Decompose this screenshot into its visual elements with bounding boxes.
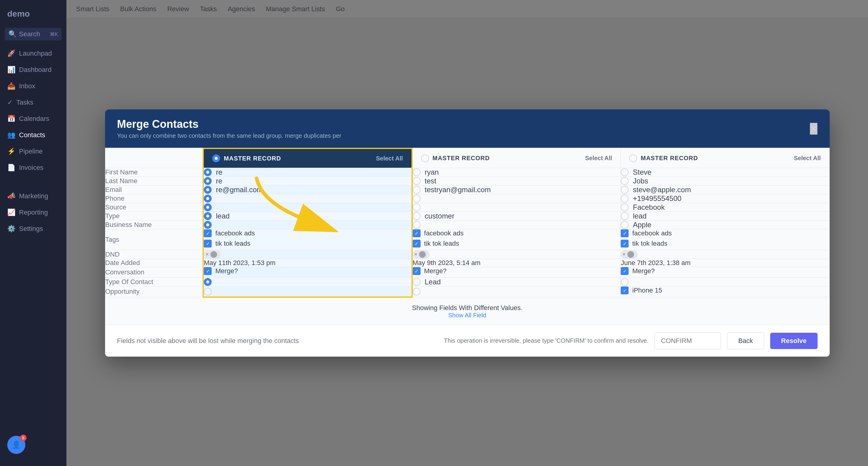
col2-email-radio[interactable]: testryan@gmail.com [413,185,621,194]
sidebar-item-pipeline[interactable]: ⚡ Pipeline [0,143,66,159]
resolve-button[interactable]: Resolve [770,333,817,349]
col1-conversation-label: Merge? [215,267,238,275]
col2-tag-tiktok[interactable]: ✓ tik tok leads [413,240,621,247]
col1-select-all[interactable]: Select All [376,155,403,162]
merge-table: MASTER RECORD Select All [105,148,830,298]
col1-source-radio[interactable] [204,203,411,211]
col3-opportunity-checkbox-item[interactable]: ✓ iPhone 15 [621,287,829,294]
col1-tag-tiktok[interactable]: ✓ tik tok leads [204,240,411,247]
col1-conversation-checkbox[interactable]: ✓ [204,267,212,275]
col1-typeofcontact-radio[interactable] [204,278,411,286]
col3-master-radio[interactable] [629,154,637,162]
field-label-header [105,148,203,168]
col3-dnd: × [621,250,829,259]
sidebar-item-launchpad[interactable]: 🚀 Launchpad [0,45,66,62]
col2-typeofcontact-radio[interactable]: Lead [413,278,621,286]
col2-tag-tiktok-checkbox[interactable]: ✓ [413,240,421,247]
col3-type-radio[interactable]: lead [621,212,829,220]
col1-tag-facebook[interactable]: ✓ facebook ads [204,229,411,237]
col2-master-radio[interactable] [421,154,429,162]
col3-lastname-radio[interactable]: Jobs [621,177,829,185]
col3-phone-radio[interactable]: +19495554500 [621,194,829,203]
col3-email-radio[interactable]: steve@apple.com [621,185,829,194]
col2-dnd: × [412,250,621,259]
confirm-input[interactable] [655,332,721,349]
field-label-email: Email [105,185,203,194]
col1-dnd-toggle[interactable]: × [204,250,221,259]
col1-conversation-checkbox-item[interactable]: ✓ Merge? [204,267,411,275]
search-bar[interactable]: 🔍 Search ⌘K [5,28,62,40]
col3-dnd-toggle[interactable]: × [621,250,638,259]
col3-tag-facebook-checkbox[interactable]: ✓ [621,229,628,237]
col3-conversation-checkbox-item[interactable]: ✓ Merge? [621,267,829,275]
col3-tag-tiktok[interactable]: ✓ tik tok leads [621,240,829,247]
col3-tag-tiktok-checkbox[interactable]: ✓ [621,240,628,247]
modal-footer-actions: Fields not visible above will be lost wh… [105,325,830,357]
col2-tag-facebook[interactable]: ✓ facebook ads [413,229,621,237]
col1-tag-facebook-checkbox[interactable]: ✓ [204,229,212,237]
col2-conversation-checkbox-item[interactable]: ✓ Merge? [413,267,621,275]
modal-title: Merge Contacts [117,118,341,130]
col2-dnd-knob [419,251,426,258]
col2-dnd-toggle[interactable]: × [413,250,430,259]
col3-lastname-value: Jobs [633,177,648,185]
col1-email-radio[interactable]: re@gmail.com [204,185,411,194]
sidebar-item-reporting[interactable]: 📈 Reporting [0,204,66,221]
sidebar-item-inbox[interactable]: 📥 Inbox [0,78,66,94]
col1-type-value: lead [216,212,229,220]
col3-source-radio[interactable]: Facebook [621,203,829,211]
col2-type-radio[interactable]: customer [413,212,621,220]
sidebar-item-label: Inbox [19,82,35,90]
table-row: Type Of Contact Lead [105,278,829,287]
show-all-field-link[interactable]: Show All Field [117,312,817,319]
sidebar-item-marketing[interactable]: 📣 Marketing [0,188,66,204]
col3-tag-facebook[interactable]: ✓ facebook ads [621,229,829,237]
footer-warning-text: Fields not visible above will be lost wh… [117,337,299,345]
field-label-tags: Tags [105,229,203,250]
col1-tag-tiktok-checkbox[interactable]: ✓ [204,240,212,247]
col3-master-record-label: MASTER RECORD [641,155,698,162]
col3-firstname-radio[interactable]: Steve [621,168,829,176]
col2-phone-radio[interactable] [413,195,621,202]
col2-typeofcontact-value: Lead [425,278,441,286]
col3-phone: +19495554500 [621,194,829,203]
sidebar-item-contacts[interactable]: 👥 Contacts [0,127,66,143]
sidebar-item-invoices[interactable]: 📄 Invoices [0,159,66,176]
col1-businessname-radio[interactable] [204,221,411,229]
main-content: Smart Lists Bulk Actions Review Tasks Ag… [66,0,868,466]
col3-businessname-radio[interactable]: Apple [621,221,829,229]
sidebar-item-tasks[interactable]: ✓ Tasks [0,94,66,111]
col2-businessname-radio[interactable] [413,221,621,229]
table-row: Tags ✓ facebook ads ✓ tik tok leads [105,229,829,250]
modal-subtitle: You can only combine two contacts from t… [117,133,341,139]
field-label-firstname: First Name [105,168,203,177]
col2-conversation-checkbox[interactable]: ✓ [413,267,421,275]
col3-dateadded: June 7th 2023, 1:38 am [621,259,829,267]
col1-businessname [203,221,412,229]
back-button[interactable]: Back [727,332,764,349]
col1-lastname-radio[interactable]: re [204,177,411,185]
col1-firstname-radio[interactable]: re [204,168,411,176]
sidebar-item-settings[interactable]: ⚙️ Settings [0,221,66,237]
col3-typeofcontact-radio[interactable] [621,278,829,286]
col3-select-all[interactable]: Select All [794,155,820,162]
col2-tag-facebook-checkbox[interactable]: ✓ [413,229,421,237]
col1-phone-radio[interactable] [204,195,411,202]
sidebar-item-label: Calendars [19,115,49,123]
col1-type-radio[interactable]: lead [204,212,411,220]
sidebar-item-dashboard[interactable]: 📊 Dashboard [0,62,66,78]
sidebar-item-calendars[interactable]: 📅 Calendars [0,111,66,127]
col2-source-radio[interactable] [413,203,621,211]
col2-dateadded: May 9th 2023, 5:14 am [412,259,621,267]
col1-master-radio[interactable] [212,154,220,162]
col1-opportunity-radio[interactable] [204,288,411,296]
col2-select-all[interactable]: Select All [585,155,612,162]
col2-dnd-x-icon: × [414,252,417,257]
col2-opportunity-radio[interactable] [413,288,621,296]
modal-close-button[interactable]: × [810,123,817,135]
col3-opportunity: ✓ iPhone 15 [621,287,829,297]
col2-firstname-radio[interactable]: ryan [413,168,621,176]
col3-opportunity-checkbox[interactable]: ✓ [621,287,628,294]
col3-conversation-checkbox[interactable]: ✓ [621,267,628,275]
col2-lastname-radio[interactable]: test [413,177,621,185]
